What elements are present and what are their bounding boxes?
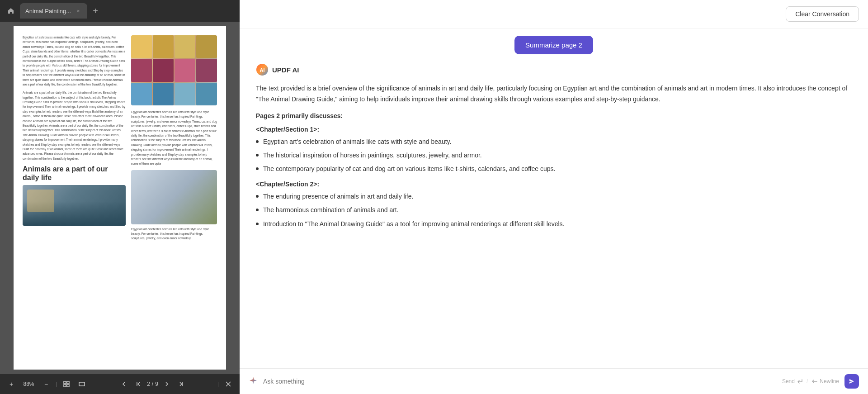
ai-logo-row: AI UPDF AI: [256, 63, 852, 76]
last-page-button[interactable]: [175, 378, 187, 390]
ai-summary-paragraph: The text provided is a brief overview of…: [256, 83, 852, 105]
svg-text:AI: AI: [260, 67, 265, 73]
svg-rect-4: [79, 382, 85, 386]
bullet-item: The historical inspiration of horses in …: [256, 150, 852, 160]
pdf-small-image: [23, 185, 126, 226]
bullet-dot-icon: [256, 154, 259, 157]
toolbar-center: 2 / 9: [118, 378, 187, 390]
pdf-panel: Animal Painting... × + Egyptian art cele…: [0, 0, 240, 394]
divider-1: |: [56, 381, 57, 387]
pdf-content-area[interactable]: Egyptian art celebrates animals like cat…: [0, 22, 240, 374]
ai-input-actions: Send / Newline: [782, 378, 839, 385]
pdf-page: Egyptian art celebrates animals like cat…: [14, 26, 226, 370]
bullet-dot-icon: [256, 140, 259, 143]
send-button[interactable]: [844, 374, 859, 389]
total-pages: 9: [155, 381, 158, 387]
pdf-heading: Animals are a part of our daily life: [23, 165, 126, 182]
pdf-column-right: Egyptian art celebrates animals like cat…: [131, 35, 217, 241]
chapter2-bullets: The enduring presence of animals in art …: [256, 191, 852, 229]
zoom-out-button[interactable]: −: [40, 378, 52, 390]
bullet-dot-icon: [256, 167, 259, 170]
svg-rect-2: [64, 385, 66, 387]
next-page-button[interactable]: [161, 378, 173, 390]
ai-panel: Clear Conversation Summarize page 2 AI U…: [240, 0, 868, 394]
prev-page-button[interactable]: [118, 378, 130, 390]
close-toolbar-button[interactable]: [222, 378, 234, 390]
pdf-text-block-2: Animals are a part of our daily life, th…: [23, 90, 126, 161]
newline-icon: [811, 378, 818, 385]
ask-input[interactable]: [263, 378, 777, 385]
newline-label: Newline: [820, 378, 839, 385]
pdf-tab[interactable]: Animal Painting... ×: [20, 3, 87, 19]
pdf-text-block-4: Egyptian art celebrates animals like cat…: [131, 227, 217, 241]
ai-sparkle-icon: [249, 376, 258, 387]
home-button[interactable]: [4, 4, 18, 18]
toolbar-right: |: [217, 378, 234, 390]
bullet-text: The enduring presence of animals in art …: [263, 191, 413, 201]
bullet-text: The historical inspiration of horses in …: [263, 150, 482, 160]
tab-close-button[interactable]: ×: [75, 7, 82, 14]
pages-discusses-header: Pages 2 primarily discusses:: [256, 112, 852, 119]
clear-conversation-button[interactable]: Clear Conversation: [786, 6, 859, 22]
bullet-item: The enduring presence of animals in art …: [256, 191, 852, 201]
bullet-text: The harmonious combination of animals an…: [263, 205, 399, 215]
send-label: Send: [782, 378, 795, 385]
fit-page-button[interactable]: [61, 378, 72, 390]
zoom-in-button[interactable]: +: [5, 378, 17, 390]
bullet-text: Introduction to "The Animal Drawing Guid…: [263, 219, 564, 229]
svg-rect-0: [64, 381, 66, 384]
bullet-item: Egyptian art's celebration of animals li…: [256, 137, 852, 147]
chapter1-bullets: Egyptian art's celebration of animals li…: [256, 137, 852, 174]
tab-bar: Animal Painting... × +: [0, 0, 240, 22]
bullet-text: Egyptian art's celebration of animals li…: [263, 137, 451, 147]
pdf-column-left: Egyptian art celebrates animals like cat…: [23, 35, 126, 241]
divider-2: |: [217, 381, 219, 387]
fit-width-button[interactable]: [76, 378, 88, 390]
updf-logo-icon: AI: [256, 63, 269, 76]
bullet-item: The contemporary popularity of cat and d…: [256, 164, 852, 174]
ai-header: Clear Conversation: [240, 0, 868, 28]
chapter1-header: <Chapter/Section 1>:: [256, 126, 852, 133]
bullet-item: The harmonious combination of animals an…: [256, 205, 852, 215]
pdf-text-block-3: Egyptian art celebrates animals like cat…: [131, 110, 217, 166]
bullet-text: The contemporary popularity of cat and d…: [263, 164, 555, 174]
enter-icon: [797, 378, 803, 385]
svg-rect-1: [67, 381, 69, 384]
ai-content-area: AI UPDF AI The text provided is a brief …: [240, 54, 868, 368]
bullet-dot-icon: [256, 195, 259, 198]
page-navigation: 2 / 9: [147, 381, 158, 387]
current-page: 2: [147, 381, 150, 387]
bullet-dot-icon: [256, 209, 259, 211]
tab-title: Animal Painting...: [25, 8, 71, 14]
ai-input-area: Send / Newline: [240, 368, 868, 394]
summarize-button[interactable]: Summarize page 2: [514, 36, 593, 54]
first-page-button[interactable]: [132, 378, 144, 390]
zoom-level: 88%: [21, 381, 37, 387]
pdf-toolbar: + 88% − |: [0, 374, 240, 394]
toolbar-left: + 88% − |: [5, 378, 88, 390]
new-tab-button[interactable]: +: [89, 5, 102, 17]
bullet-item: Introduction to "The Animal Drawing Guid…: [256, 219, 852, 229]
send-arrow-icon: [848, 378, 855, 385]
chapter2-header: <Chapter/Section 2>:: [256, 180, 852, 188]
bullet-dot-icon: [256, 223, 259, 225]
pdf-secondary-image: [131, 170, 217, 224]
pdf-main-image: [131, 35, 217, 105]
pdf-text-block-1: Egyptian art celebrates animals like cat…: [23, 35, 126, 87]
ai-brand-label: UPDF AI: [272, 66, 299, 74]
svg-rect-3: [67, 385, 69, 387]
